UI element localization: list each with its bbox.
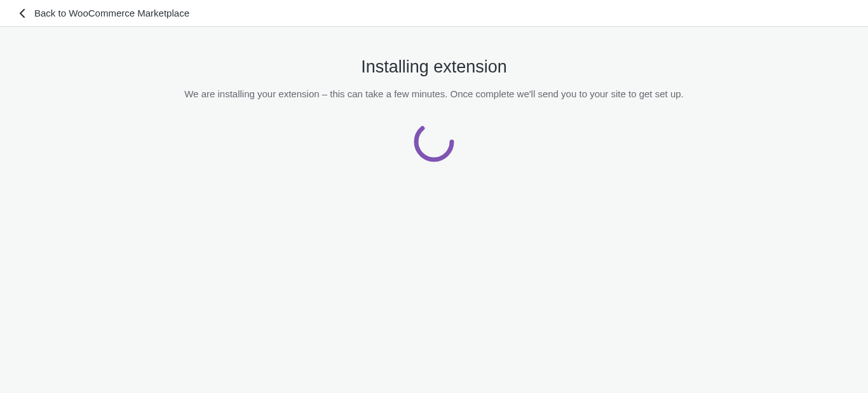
back-to-marketplace-link[interactable]: Back to WooCommerce Marketplace <box>19 8 189 18</box>
main-content: Installing extension We are installing y… <box>0 27 868 164</box>
page-description: We are installing your extension – this … <box>0 88 868 99</box>
loading-spinner-icon <box>412 120 456 164</box>
back-link-label: Back to WooCommerce Marketplace <box>34 8 189 18</box>
header-bar: Back to WooCommerce Marketplace <box>0 0 868 27</box>
page-title: Installing extension <box>0 57 868 77</box>
chevron-left-icon <box>19 9 25 18</box>
svg-point-0 <box>416 124 452 160</box>
spinner-container <box>0 120 868 164</box>
